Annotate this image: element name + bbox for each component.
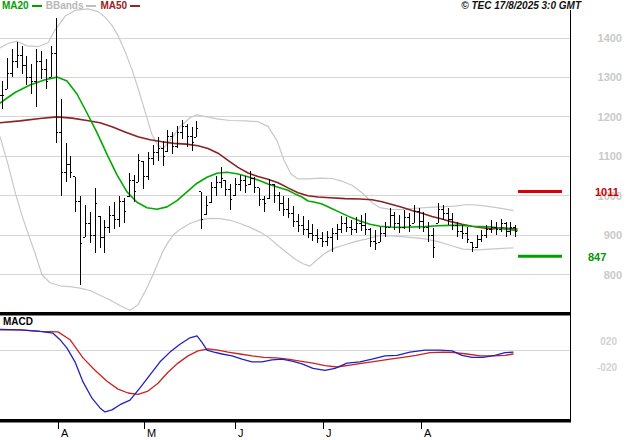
macd-axis-label: 020	[600, 336, 617, 347]
price-axis-label: 900	[604, 229, 622, 241]
price-axis-label: 1400	[598, 32, 622, 44]
price-axis-label: 1300	[598, 71, 622, 83]
chart-canvas: AMJJA14001300120011001000900800020-020	[0, 0, 627, 440]
ma50-line	[0, 117, 517, 229]
month-label: A	[424, 427, 432, 439]
month-label: J	[238, 427, 244, 439]
bottom-border	[0, 419, 571, 423]
resistance-level-label: 1011	[595, 186, 619, 198]
macd-line	[0, 329, 513, 412]
price-axis-label: 1100	[598, 150, 622, 162]
pane-separator	[0, 312, 571, 316]
chart-root: AMJJA14001300120011001000900800020-020 M…	[0, 0, 627, 440]
macd-axis-label: -020	[597, 362, 617, 373]
support-level-label: 847	[588, 251, 606, 263]
legend: MA20 BBands MA50	[2, 0, 144, 12]
bbands-line-swatch-icon	[86, 5, 96, 7]
copyright-attribution: © TEC 17/8/2025 3:0 GMT	[461, 0, 581, 11]
legend-ma20-label: MA20	[2, 0, 29, 12]
price-axis-label: 800	[604, 269, 622, 281]
price-axis-label: 1200	[598, 111, 622, 123]
ma20-line	[0, 77, 517, 231]
macd-pane-label: MACD	[3, 316, 33, 327]
ma20-line-swatch-icon	[32, 5, 42, 7]
legend-bbands-label: BBands	[46, 0, 84, 12]
month-label: M	[147, 427, 156, 439]
legend-ma50-label: MA50	[100, 0, 127, 12]
ma50-line-swatch-icon	[130, 5, 140, 7]
month-label: A	[61, 427, 69, 439]
month-label: J	[326, 427, 332, 439]
